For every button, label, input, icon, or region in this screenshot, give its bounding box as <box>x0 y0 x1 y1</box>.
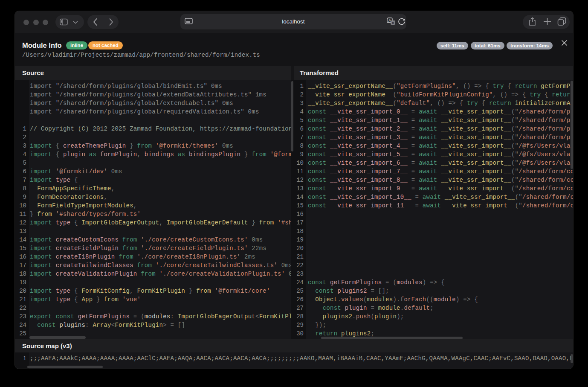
svg-text:x: x <box>392 21 394 25</box>
